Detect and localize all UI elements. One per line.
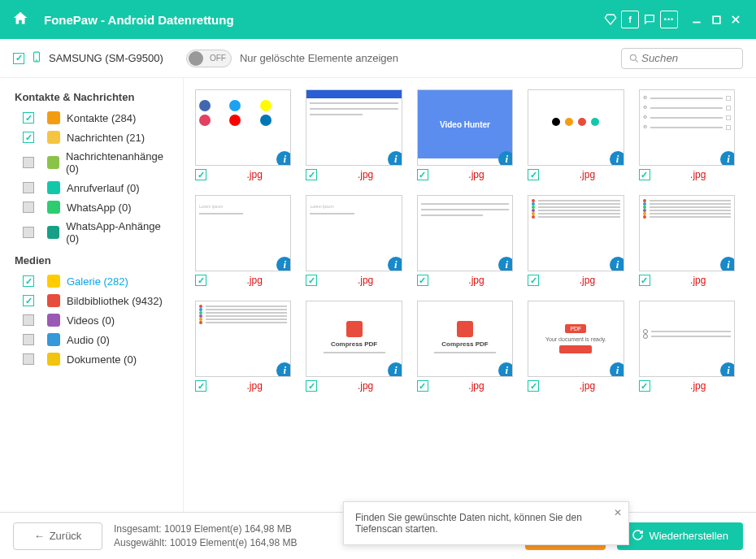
thumbnail-checkbox[interactable] — [417, 380, 428, 392]
thumbnail-checkbox[interactable] — [639, 380, 650, 392]
thumbnail-preview[interactable]: i — [195, 301, 291, 377]
close-icon[interactable]: ✕ — [614, 507, 622, 518]
thumbnail-card[interactable]: Lorem Ipsumi.jpg — [195, 195, 291, 286]
thumbnail-preview[interactable]: Compress PDFi — [417, 301, 513, 377]
sidebar-item[interactable]: Galerie (282) — [11, 271, 175, 291]
thumbnail-preview[interactable]: i — [528, 89, 623, 166]
diamond-icon[interactable] — [602, 11, 619, 28]
thumbnail-card[interactable]: i.jpg — [528, 89, 623, 180]
thumbnail-preview[interactable]: Compress PDFi — [306, 301, 402, 377]
sidebar-item[interactable]: Nachrichtenanhänge (0) — [11, 147, 175, 178]
thumbnail-checkbox[interactable] — [528, 275, 539, 286]
info-icon[interactable]: i — [276, 151, 291, 166]
search-input[interactable] — [640, 51, 721, 65]
thumbnail-preview[interactable]: PDFYour document is ready.i — [528, 301, 623, 377]
sidebar-item-checkbox[interactable] — [23, 157, 34, 168]
thumbnail-card[interactable]: Compress PDFi.jpg — [306, 301, 402, 392]
back-button[interactable]: ← Zurück — [13, 522, 102, 550]
thumbnail-checkbox[interactable] — [639, 169, 650, 180]
info-icon[interactable]: i — [720, 362, 735, 377]
thumbnail-preview[interactable]: i — [528, 195, 623, 271]
search-box[interactable] — [621, 48, 743, 69]
sidebar-item[interactable]: Audio (0) — [11, 330, 175, 349]
info-icon[interactable]: i — [610, 257, 624, 271]
thumbnail-checkbox[interactable] — [528, 380, 539, 392]
thumbnail-checkbox[interactable] — [528, 169, 539, 180]
thumbnail-card[interactable]: i.jpg — [195, 301, 291, 392]
facebook-icon[interactable]: f — [621, 11, 639, 28]
maximize-icon[interactable] — [707, 11, 725, 28]
thumbnail-card[interactable]: i.jpg — [306, 89, 402, 180]
thumbnail-checkbox[interactable] — [639, 275, 650, 286]
thumbnail-card[interactable]: i.jpg — [195, 89, 291, 180]
device-checkbox[interactable] — [13, 53, 24, 64]
info-icon[interactable]: i — [610, 362, 624, 377]
sidebar-item[interactable]: Nachrichten (21) — [11, 128, 175, 147]
thumbnail-checkbox[interactable] — [306, 169, 317, 180]
home-icon[interactable] — [11, 10, 29, 30]
thumbnail-card[interactable]: Lorem Ipsumi.jpg — [306, 195, 402, 286]
sidebar-item-label: WhatsApp-Anhänge (0) — [66, 220, 172, 245]
sidebar-item-checkbox[interactable] — [23, 295, 34, 306]
sidebar-item-checkbox[interactable] — [23, 314, 34, 326]
thumbnail-card[interactable]: i.jpg — [639, 301, 735, 392]
info-icon[interactable]: i — [498, 362, 513, 377]
thumbnail-preview[interactable]: Lorem Ipsumi — [306, 195, 402, 271]
gallery[interactable]: i.jpgi.jpgVideo Hunteri.jpgi.jpg⚙⚙⚙⚙i.jp… — [183, 78, 756, 512]
thumbnail-checkbox[interactable] — [417, 169, 428, 180]
minimize-icon[interactable] — [688, 11, 706, 28]
sidebar-item[interactable]: Videos (0) — [11, 310, 175, 330]
thumbnail-card[interactable]: i.jpg — [417, 195, 513, 286]
sidebar-item-checkbox[interactable] — [23, 353, 34, 365]
thumbnail-card[interactable]: Video Hunteri.jpg — [417, 89, 513, 180]
info-icon[interactable]: i — [388, 362, 402, 377]
thumbnail-checkbox[interactable] — [306, 275, 317, 286]
info-icon[interactable]: i — [276, 362, 291, 377]
info-icon[interactable]: i — [610, 151, 624, 166]
thumbnail-checkbox[interactable] — [417, 275, 428, 286]
thumbnail-checkbox[interactable] — [195, 380, 206, 392]
info-icon[interactable]: i — [276, 257, 291, 271]
thumbnail-preview[interactable]: i — [639, 195, 735, 271]
thumbnail-preview[interactable]: i — [417, 195, 513, 271]
info-icon[interactable]: i — [720, 257, 735, 271]
more-icon[interactable]: ••• — [660, 11, 678, 28]
thumbnail-checkbox[interactable] — [195, 275, 206, 286]
thumbnail-preview[interactable]: Lorem Ipsumi — [195, 195, 291, 271]
sidebar-item-checkbox[interactable] — [23, 112, 34, 124]
close-icon[interactable] — [727, 11, 745, 28]
thumbnail-checkbox[interactable] — [306, 380, 317, 392]
thumbnail-card[interactable]: ⚙⚙⚙⚙i.jpg — [639, 89, 735, 180]
thumbnail-preview[interactable]: i — [195, 89, 291, 166]
info-icon[interactable]: i — [388, 151, 402, 166]
sidebar-item-checkbox[interactable] — [23, 202, 34, 213]
sidebar-item-checkbox[interactable] — [23, 182, 34, 193]
thumbnail-card[interactable]: i.jpg — [528, 195, 623, 286]
sidebar-item-checkbox[interactable] — [23, 132, 34, 143]
thumbnail-preview[interactable]: i — [639, 301, 735, 377]
thumbnail-card[interactable]: PDFYour document is ready.i.jpg — [528, 301, 623, 392]
sidebar-item[interactable]: WhatsApp-Anhänge (0) — [11, 217, 175, 248]
info-icon[interactable]: i — [720, 151, 735, 166]
sidebar-item[interactable]: WhatsApp (0) — [11, 197, 175, 217]
info-icon[interactable]: i — [498, 257, 513, 271]
sidebar-item[interactable]: Bildbibliothek (9432) — [11, 291, 175, 310]
thumbnail-preview[interactable]: i — [306, 89, 402, 166]
feedback-icon[interactable] — [641, 11, 658, 28]
recover-button[interactable]: Wiederherstellen — [617, 522, 743, 550]
thumbnail-checkbox[interactable] — [195, 169, 206, 180]
thumbnail-preview[interactable]: Video Hunteri — [417, 89, 513, 166]
category-icon — [47, 333, 60, 346]
sidebar-item-checkbox[interactable] — [23, 227, 34, 238]
thumbnail-preview[interactable]: ⚙⚙⚙⚙i — [639, 89, 735, 166]
info-icon[interactable]: i — [498, 151, 513, 166]
sidebar-item-checkbox[interactable] — [23, 275, 34, 287]
deleted-only-toggle[interactable]: OFF — [186, 50, 232, 67]
sidebar-item-checkbox[interactable] — [23, 334, 34, 345]
sidebar-item[interactable]: Anrufverlauf (0) — [11, 178, 175, 197]
sidebar-item[interactable]: Dokumente (0) — [11, 349, 175, 369]
info-icon[interactable]: i — [388, 257, 402, 271]
thumbnail-card[interactable]: i.jpg — [639, 195, 735, 286]
sidebar-item[interactable]: Kontakte (284) — [11, 108, 175, 128]
thumbnail-card[interactable]: Compress PDFi.jpg — [417, 301, 513, 392]
